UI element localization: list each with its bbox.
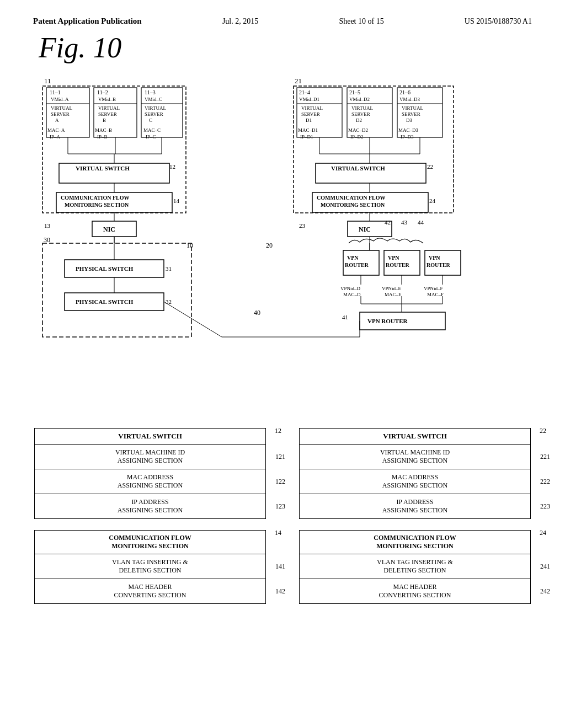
right-virtual-switch-block: 22 VIRTUAL SWITCH VIRTUAL MACHINE IDASSI… [299, 428, 531, 519]
page-header: Patent Application Publication Jul. 2, 2… [33, 17, 532, 26]
svg-text:IP–D1: IP–D1 [300, 134, 313, 140]
svg-text:VMid–D1: VMid–D1 [299, 97, 319, 102]
ref-12-left: 12 [275, 427, 281, 435]
svg-text:ROUTER: ROUTER [386, 262, 410, 268]
svg-text:MAC–D3: MAC–D3 [398, 127, 419, 133]
svg-text:ROUTER: ROUTER [427, 262, 451, 268]
ref-141: 141 [275, 563, 285, 571]
svg-text:PHYSICAL SWITCH: PHYSICAL SWITCH [76, 265, 134, 272]
ref-222: 222 [540, 478, 550, 486]
left-cf-title: COMMUNICATION FLOWMONITORING SECTION [35, 531, 265, 554]
svg-text:PHYSICAL SWITCH: PHYSICAL SWITCH [76, 298, 134, 305]
left-ip-section: IP ADDRESSASSIGNING SECTION 123 [35, 494, 265, 518]
svg-text:21–5: 21–5 [349, 89, 360, 95]
svg-text:13: 13 [44, 222, 51, 229]
svg-text:VIRTUAL: VIRTUAL [351, 105, 373, 111]
svg-text:VMid–A: VMid–A [51, 97, 69, 102]
svg-text:VPN: VPN [388, 255, 399, 261]
left-vmid-section: VIRTUAL MACHINE IDASSIGNING SECTION 121 [35, 445, 265, 469]
left-vlan-section: VLAN TAG INSERTING &DELETING SECTION 141 [35, 554, 265, 579]
svg-text:21: 21 [295, 77, 302, 85]
left-virtual-switch-block: 12 VIRTUAL SWITCH VIRTUAL MACHINE IDASSI… [34, 428, 266, 519]
svg-text:MAC–E: MAC–E [385, 292, 402, 297]
svg-text:MAC–D: MAC–D [343, 292, 361, 297]
svg-text:MAC–D2: MAC–D2 [348, 127, 368, 133]
svg-line-136 [164, 302, 222, 337]
svg-text:IP–A: IP–A [50, 134, 61, 140]
svg-text:41: 41 [342, 314, 348, 320]
right-vmid-section: VIRTUAL MACHINE IDASSIGNING SECTION 221 [300, 445, 530, 469]
publication-label: Patent Application Publication [33, 17, 142, 26]
svg-text:VMid–D2: VMid–D2 [349, 97, 370, 102]
svg-text:VIRTUAL: VIRTUAL [145, 105, 166, 111]
ref-242: 242 [540, 587, 550, 596]
svg-text:SERVER: SERVER [51, 111, 70, 117]
left-switch-title: VIRTUAL SWITCH [35, 429, 265, 445]
svg-text:NIC: NIC [359, 226, 371, 233]
ref-121: 121 [275, 453, 285, 461]
svg-text:VIRTUAL: VIRTUAL [402, 105, 423, 111]
svg-text:MAC–C: MAC–C [143, 127, 161, 133]
svg-text:A: A [55, 117, 59, 123]
svg-text:COMMUNICATION FLOW: COMMUNICATION FLOW [61, 195, 130, 201]
right-switch-title: VIRTUAL SWITCH [300, 429, 530, 445]
ref-223: 223 [540, 502, 550, 511]
svg-text:SERVER: SERVER [98, 111, 117, 117]
svg-text:ROUTER: ROUTER [345, 262, 369, 268]
ref-221: 221 [540, 453, 550, 461]
svg-text:VPN: VPN [347, 255, 359, 261]
svg-text:IP–D2: IP–D2 [350, 134, 364, 140]
svg-text:32: 32 [166, 298, 172, 305]
svg-text:MAC–D1: MAC–D1 [298, 127, 318, 133]
right-cf-title: COMMUNICATION FLOWMONITORING SECTION [300, 531, 530, 554]
svg-text:SERVER: SERVER [145, 111, 163, 117]
svg-text:MAC–A: MAC–A [47, 127, 65, 133]
main-diagram: 11 11–1 VMid–A VIRTUAL SERVER A MAC–A IP… [34, 72, 531, 420]
left-mac-section: MAC ADDRESSASSIGNING SECTION 122 [35, 469, 265, 494]
svg-text:SERVER: SERVER [351, 111, 370, 117]
right-ip-section: IP ADDRESSASSIGNING SECTION 223 [300, 494, 530, 518]
svg-text:21–6: 21–6 [399, 89, 411, 95]
patent-number: US 2015/0188730 A1 [465, 17, 532, 26]
right-cf-block: 24 COMMUNICATION FLOWMONITORING SECTION … [299, 530, 531, 604]
svg-text:44: 44 [418, 219, 424, 226]
svg-text:NIC: NIC [103, 226, 115, 233]
svg-text:30: 30 [44, 236, 50, 244]
svg-text:10: 10 [186, 242, 193, 249]
svg-text:22: 22 [427, 163, 433, 170]
svg-text:11–2: 11–2 [97, 89, 108, 95]
svg-text:11–3: 11–3 [145, 89, 156, 95]
svg-text:VPN ROUTER: VPN ROUTER [367, 318, 408, 324]
date-label: Jul. 2, 2015 [222, 17, 258, 26]
svg-text:VMid–B: VMid–B [98, 97, 116, 102]
svg-text:VPNid–E: VPNid–E [382, 286, 402, 291]
svg-text:VIRTUAL: VIRTUAL [51, 105, 72, 111]
svg-text:B: B [103, 117, 106, 123]
right-mac-header-section: MAC HEADERCONVERTING SECTION 242 [300, 579, 530, 603]
right-mac-section: MAC ADDRESSASSIGNING SECTION 222 [300, 469, 530, 494]
svg-text:40: 40 [254, 309, 260, 317]
svg-text:C: C [149, 117, 152, 123]
svg-text:20: 20 [266, 242, 273, 249]
ref-123: 123 [275, 502, 285, 511]
ref-24: 24 [540, 529, 546, 537]
svg-text:24: 24 [429, 197, 436, 204]
svg-text:14: 14 [173, 197, 180, 204]
svg-text:12: 12 [169, 163, 175, 170]
ref-14: 14 [275, 529, 281, 537]
left-cf-block: 14 COMMUNICATION FLOWMONITORING SECTION … [34, 530, 266, 604]
svg-text:43: 43 [401, 219, 408, 226]
svg-text:VIRTUAL SWITCH: VIRTUAL SWITCH [331, 165, 385, 172]
ref-122: 122 [275, 478, 285, 486]
svg-text:D1: D1 [306, 117, 312, 123]
svg-text:VIRTUAL SWITCH: VIRTUAL SWITCH [76, 165, 130, 172]
svg-text:D2: D2 [356, 117, 362, 123]
svg-text:D3: D3 [406, 117, 412, 123]
svg-text:MAC–F: MAC–F [427, 292, 444, 297]
svg-text:VMid–D3: VMid–D3 [399, 97, 420, 102]
svg-text:MONITORING SECTION: MONITORING SECTION [65, 202, 129, 208]
svg-text:MONITORING SECTION: MONITORING SECTION [321, 202, 385, 208]
svg-text:IP–C: IP–C [146, 134, 156, 140]
svg-rect-124 [42, 243, 191, 337]
sheet-label: Sheet 10 of 15 [339, 17, 383, 26]
